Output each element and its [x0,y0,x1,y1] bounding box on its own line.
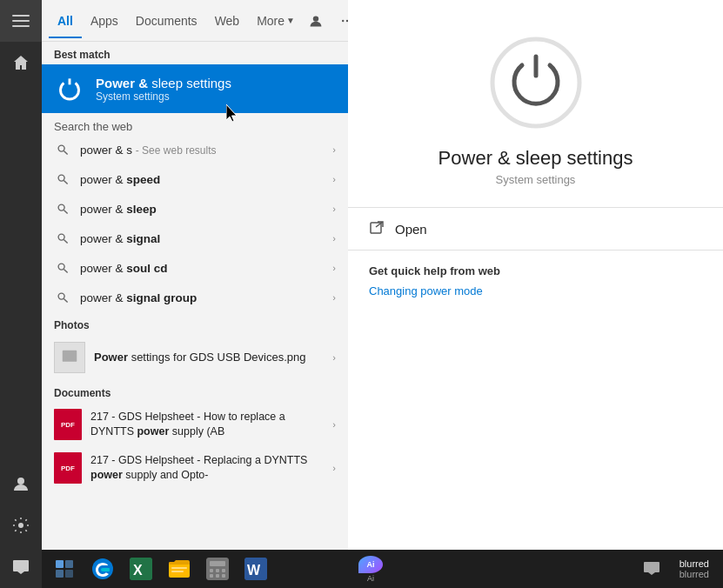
svg-rect-45 [210,574,213,578]
svg-rect-38 [171,567,187,569]
svg-rect-44 [222,569,225,572]
search-icon-2 [54,170,71,188]
taskbar-right-icons: blurred blurred [633,550,723,588]
photos-label: Photos [42,312,348,335]
quick-help-link[interactable]: Changing power mode [369,284,702,297]
taskbar-edge[interactable] [84,550,122,588]
taskbar-time: blurred [679,558,709,569]
search-icon-5 [54,259,71,277]
file-explorer-icon [168,558,191,580]
best-match-label: Best match [42,42,348,64]
sidebar-settings[interactable] [0,504,42,546]
svg-rect-33 [65,570,73,578]
svg-point-11 [58,175,64,181]
list-item-web-3[interactable]: power & sleep › [42,194,348,224]
power-icon-large [488,35,584,130]
edge-icon [91,558,114,580]
svg-rect-43 [216,569,219,572]
taskbar-calculator[interactable] [198,550,237,588]
open-icon [369,220,386,237]
taskbar-chat[interactable] [633,550,671,588]
excel-icon: X [130,558,152,580]
svg-line-16 [64,239,67,243]
svg-point-4 [18,523,23,528]
doc-item-1-text: 217 - GDS Helpsheet - How to replace a D… [90,410,324,440]
tab-apps[interactable]: Apps [82,3,127,38]
svg-rect-2 [12,25,30,27]
search-icon-4 [54,230,71,247]
task-view-icon [53,558,76,580]
list-item-web-2[interactable]: power & speed › [42,164,348,194]
arrow-icon-3: › [332,204,336,214]
taskbar-file-explorer[interactable] [160,550,198,588]
pdf-icon-2: PDF [54,452,82,484]
taskbar-excel[interactable]: X [122,550,160,588]
tab-more[interactable]: More ▼ [248,3,304,38]
doc-item-1[interactable]: PDF 217 - GDS Helpsheet - How to replace… [42,403,348,446]
calculator-icon [206,558,229,580]
sidebar-person[interactable] [0,463,42,504]
search-web-label: Search the web [42,113,348,135]
taskbar: X [0,550,723,588]
svg-rect-31 [65,560,73,568]
svg-line-18 [64,269,67,272]
taskbar-time-area[interactable]: blurred blurred [673,557,716,581]
taskbar-ai-button[interactable]: Ai Ai [348,550,393,588]
web-item-6-text: power & signal group [80,291,324,304]
doc-item-2[interactable]: PDF 217 - GDS Helpsheet - Replacing a DY… [42,446,348,490]
user-icon-btn[interactable] [304,9,328,33]
sidebar-feedback[interactable] [0,546,42,588]
web-item-2-text: power & speed [80,173,324,186]
list-item-web-5[interactable]: power & soul cd › [42,253,348,283]
search-panel: All Apps Documents Web More ▼ Best match [42,0,348,588]
svg-rect-47 [222,574,225,578]
svg-point-3 [17,478,24,484]
list-item-web-1[interactable]: power & s - See web results › [42,135,348,164]
doc-item-2-text: 217 - GDS Helpsheet - Replacing a DYNTTS… [90,453,324,484]
tab-documents[interactable]: Documents [127,3,206,38]
web-item-1-text: power & s - See web results [80,144,324,157]
svg-line-10 [64,150,67,154]
tab-all[interactable]: All [49,3,82,38]
arrow-icon-1: › [332,144,336,155]
web-item-4-text: power & signal [80,232,324,245]
best-match-title: Power & sleep settings [96,76,336,90]
arrow-icon-6: › [332,292,336,303]
taskbar-task-view[interactable] [45,550,84,588]
open-label: Open [395,222,427,237]
taskbar-word[interactable]: W [237,550,275,588]
svg-point-9 [58,145,64,151]
svg-point-17 [58,264,64,270]
svg-point-19 [58,293,64,299]
svg-point-5 [313,16,318,21]
sidebar-home[interactable] [0,42,42,84]
search-icon-1 [54,141,71,158]
list-item-web-6[interactable]: power & signal group › [42,283,348,312]
search-icon-3 [54,200,71,217]
svg-text:W: W [247,563,261,578]
arrow-icon-photo: › [332,352,336,363]
sidebar-hamburger[interactable] [0,0,42,42]
nav-tabs: All Apps Documents Web More ▼ [42,0,348,42]
open-button[interactable]: Open [348,208,723,250]
tab-web[interactable]: Web [206,3,249,38]
pdf-icon-1: PDF [54,409,82,440]
quick-help-section: Get quick help from web Changing power m… [348,251,723,311]
best-match-item[interactable]: Power & sleep settings System settings [42,64,348,113]
svg-rect-41 [210,561,225,566]
photo-item-1[interactable]: Power settings for GDS USB Devices.png › [42,335,348,380]
quick-help-title: Get quick help from web [369,264,702,277]
arrow-icon-doc-1: › [332,419,336,430]
sidebar [0,0,42,588]
svg-text:X: X [133,563,143,578]
photo-thumbnail [54,342,85,373]
svg-rect-1 [12,20,30,22]
word-icon: W [244,558,267,580]
photo-item-1-text: Power settings for GDS USB Devices.png [94,350,324,365]
svg-rect-39 [171,571,184,572]
web-item-5-text: power & soul cd [80,262,324,275]
search-icon-6 [54,289,71,306]
web-item-3-text: power & sleep [80,203,324,216]
list-item-web-4[interactable]: power & signal › [42,224,348,253]
taskbar-date: blurred [679,569,709,579]
